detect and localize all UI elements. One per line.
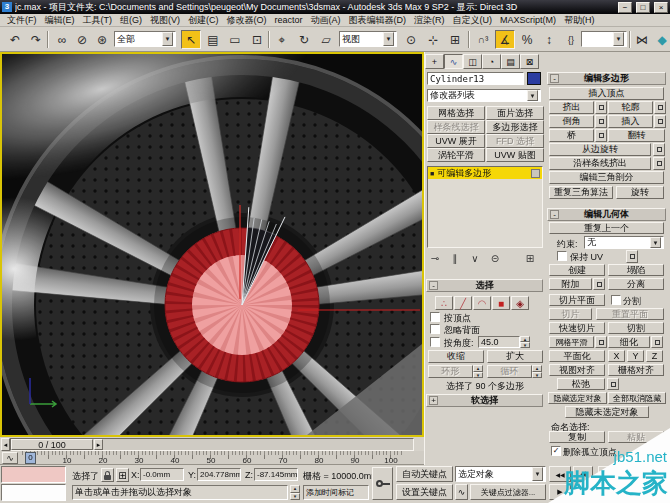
menu-customize[interactable]: 自定义(U) (449, 14, 497, 27)
window-crossing-icon[interactable]: ⊡ (247, 30, 267, 49)
split-checkbox[interactable] (611, 295, 621, 305)
unhide-all-button[interactable]: 全部取消隐藏 (608, 392, 666, 404)
subobject-vertex-button[interactable]: ∴ (435, 296, 453, 310)
make-unique-icon[interactable]: ∨ (467, 252, 483, 265)
reference-coordinate-dropdown[interactable]: 视图 ▼ (339, 31, 397, 47)
bridge-button[interactable]: 桥 (549, 129, 594, 142)
loop-spinner[interactable]: ▴▾ (532, 365, 542, 378)
bevel-settings-button[interactable] (595, 115, 607, 128)
chevron-down-icon[interactable]: ▼ (383, 32, 394, 46)
minimize-button[interactable]: − (618, 2, 632, 13)
viewport-render[interactable] (2, 54, 422, 435)
auto-key-button[interactable]: 自动关键点 (396, 466, 453, 482)
poly-select-button[interactable]: 多边形选择 (486, 120, 544, 134)
absolute-offset-toggle-icon[interactable]: ⊞ (116, 468, 129, 482)
menu-reactor[interactable]: reactor (271, 15, 307, 25)
chevron-down-icon[interactable]: ▼ (650, 237, 661, 248)
tab-create[interactable]: + (425, 54, 444, 69)
edit-polygons-rollout-header[interactable]: - 编辑多边形 (547, 72, 666, 85)
menu-help[interactable]: 帮助(H) (560, 14, 599, 27)
menu-graph-editors[interactable]: 图表编辑器(D) (345, 14, 411, 27)
angle-snap-icon[interactable]: ∡ (495, 30, 515, 49)
keyboard-override-icon[interactable]: ⊞ (445, 30, 465, 49)
ignore-backfacing-checkbox[interactable] (430, 324, 440, 334)
grow-button[interactable]: 扩大 (487, 350, 543, 363)
selection-lock-icon[interactable] (101, 468, 114, 482)
relax-settings-button[interactable] (607, 378, 619, 390)
turn-button[interactable]: 旋转 (616, 186, 664, 199)
view-align-button[interactable]: 视图对齐 (549, 364, 605, 376)
extrude-along-spline-button[interactable]: 沿样条线挤出 (549, 157, 651, 170)
hide-selected-button[interactable]: 隐藏选定对象 (548, 392, 607, 404)
menu-group[interactable]: 组(G) (116, 14, 146, 27)
outline-button[interactable]: 轮廓 (608, 101, 653, 114)
menu-rendering[interactable]: 渲染(R) (410, 14, 449, 27)
collapse-button[interactable]: 塌陷 (608, 264, 664, 276)
snap-toggle-icon[interactable]: ∩³ (473, 30, 493, 49)
expand-icon[interactable]: + (429, 396, 438, 405)
key-filters-button[interactable]: 关键点过滤器... (470, 484, 546, 500)
uvw-unwrap-button[interactable]: UVW 展开 (427, 134, 485, 148)
subobject-edge-button[interactable]: ╱ (454, 296, 472, 310)
z-coord-field[interactable]: -87.145mm (254, 468, 298, 481)
add-time-tag[interactable]: 添加时间标记 (303, 485, 369, 500)
selection-filter-dropdown[interactable]: 全部 ▼ (114, 31, 176, 47)
preserve-uv-settings-button[interactable] (626, 250, 638, 263)
configure-modifier-sets-icon[interactable]: ⊞ (522, 252, 538, 265)
rotate-icon[interactable]: ↻ (294, 30, 314, 49)
planar-y-button[interactable]: Y (627, 350, 644, 362)
bridge-settings-button[interactable] (595, 129, 607, 142)
named-selection-dropdown[interactable]: ▼ (581, 31, 627, 47)
move-icon[interactable]: ⌖ (272, 30, 292, 49)
selection-rollout-header[interactable]: - 选择 (426, 279, 543, 292)
extrude-button[interactable]: 挤出 (549, 101, 594, 114)
scale-icon[interactable]: ▱ (316, 30, 336, 49)
maxscript-mini-listener-white[interactable] (1, 484, 66, 501)
manipulate-icon[interactable]: ⊹ (423, 30, 443, 49)
ring-button[interactable]: 环形 (428, 365, 473, 378)
key-filters-icon[interactable]: ∿ (455, 484, 468, 500)
msmooth-button[interactable]: 网格平滑 (549, 336, 594, 348)
shrink-button[interactable]: 收缩 (428, 350, 484, 363)
extrude-settings-button[interactable] (595, 101, 607, 114)
collapse-icon[interactable]: - (550, 74, 559, 83)
unlink-icon[interactable]: ⊘ (72, 30, 92, 49)
relax-button[interactable]: 松弛 (557, 378, 605, 390)
quickslice-button[interactable]: 快速切片 (549, 322, 605, 334)
subobject-border-button[interactable]: ◠ (473, 296, 491, 310)
subobject-element-button[interactable]: ◈ (511, 296, 529, 310)
mini-curve-editor-button[interactable]: ∿ (2, 452, 18, 464)
object-color-swatch[interactable] (527, 72, 541, 85)
y-coord-field[interactable]: 204.778mm (197, 468, 241, 481)
loop-button[interactable]: 循环 (487, 365, 532, 378)
chevron-down-icon[interactable]: ▼ (162, 32, 173, 46)
tab-motion[interactable]: ◔ (482, 54, 501, 69)
by-angle-checkbox[interactable] (430, 337, 440, 347)
inset-button[interactable]: 插入 (608, 115, 653, 128)
redo-icon[interactable]: ↷ (26, 30, 46, 49)
extrude-spline-settings-button[interactable] (653, 157, 665, 170)
msmooth-settings-button[interactable] (595, 336, 607, 348)
close-button[interactable]: × (654, 2, 668, 13)
flip-button[interactable]: 翻转 (608, 129, 665, 142)
select-object-icon[interactable]: ↖ (181, 30, 201, 49)
constraints-dropdown[interactable]: 无 ▼ (584, 236, 664, 249)
time-slider-next-button[interactable]: ▸ (94, 439, 103, 450)
time-slider-handle[interactable]: 0 / 100 (11, 439, 93, 450)
select-by-name-icon[interactable]: ▤ (203, 30, 223, 49)
retriangulate-button[interactable]: 重复三角算法 (549, 186, 613, 199)
percent-snap-icon[interactable]: % (517, 30, 537, 49)
attach-button[interactable]: 附加 (549, 278, 592, 290)
menu-create[interactable]: 创建(C) (184, 14, 223, 27)
menu-modifiers[interactable]: 修改器(O) (223, 14, 271, 27)
maximize-button[interactable]: □ (636, 2, 650, 13)
by-vertex-checkbox[interactable] (430, 312, 440, 322)
chevron-down-icon[interactable]: ▼ (527, 90, 538, 101)
planar-x-button[interactable]: X (608, 350, 625, 362)
angle-field[interactable]: 45.0 (478, 336, 520, 348)
menu-animation[interactable]: 动画(A) (307, 14, 345, 27)
tessellate-settings-button[interactable] (651, 336, 663, 348)
grid-align-button[interactable]: 栅格对齐 (608, 364, 664, 376)
spinner-snap-icon[interactable]: ↕ (539, 30, 559, 49)
modifier-list-dropdown[interactable]: 修改器列表 ▼ (427, 89, 541, 102)
